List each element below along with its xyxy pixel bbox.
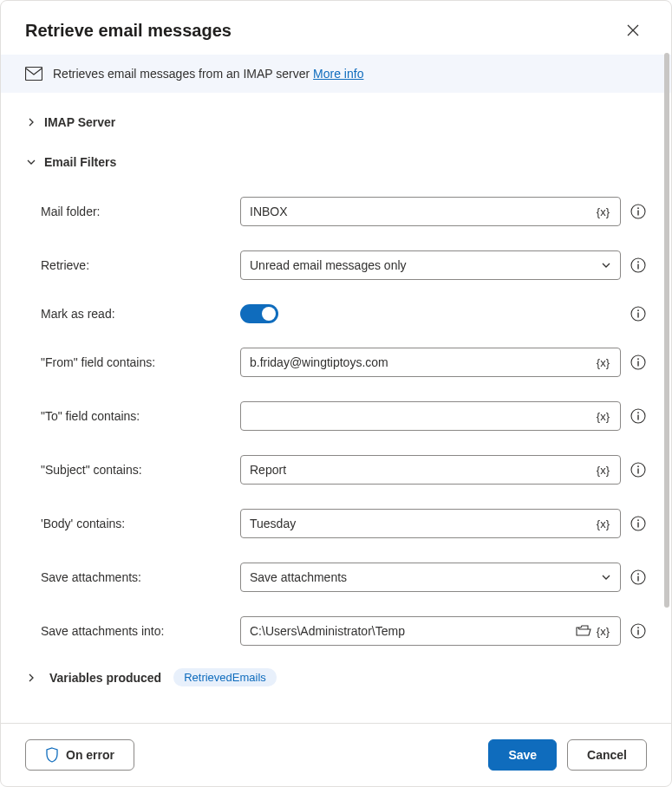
svg-point-20 (637, 519, 639, 521)
section-label: Variables produced (49, 671, 161, 685)
field-from-contains: "From" field contains: {x} (41, 335, 647, 389)
info-icon[interactable] (630, 305, 647, 322)
save-button[interactable]: Save (488, 739, 557, 771)
section-email-filters[interactable]: Email Filters (25, 148, 647, 176)
mail-icon (25, 67, 42, 81)
info-icon[interactable] (630, 461, 647, 478)
info-icon[interactable] (630, 515, 647, 532)
on-error-button[interactable]: On error (25, 739, 134, 771)
dialog-retrieve-email: Retrieve email messages Retrieves email … (0, 0, 672, 787)
variable-token-icon[interactable]: {x} (595, 517, 611, 530)
chevron-right-icon (25, 116, 37, 128)
variable-chip-retrieved-emails[interactable]: RetrievedEmails (173, 668, 277, 686)
svg-point-14 (637, 412, 639, 413)
email-filters-fields: Mail folder: {x} Retrieve: Unread email … (25, 176, 647, 658)
close-icon (627, 24, 639, 36)
field-label: 'Body' contains: (41, 517, 230, 530)
info-icon[interactable] (630, 257, 647, 274)
button-label: On error (66, 748, 114, 762)
button-label: Save (508, 748, 537, 762)
from-input[interactable]: {x} (240, 348, 621, 377)
svg-point-8 (637, 309, 639, 311)
close-button[interactable] (619, 16, 647, 44)
svg-point-23 (637, 573, 639, 575)
field-save-attachments-into: Save attachments into: {x} (41, 604, 647, 658)
footer-actions: Save Cancel (488, 739, 647, 771)
section-imap-server[interactable]: IMAP Server (25, 108, 647, 136)
svg-rect-6 (637, 264, 638, 270)
svg-rect-15 (637, 415, 638, 420)
chevron-right-icon (25, 672, 37, 684)
browse-folder-button[interactable] (572, 625, 595, 637)
subject-text[interactable] (250, 463, 595, 477)
folder-open-icon (576, 625, 591, 637)
variable-token-icon[interactable]: {x} (595, 625, 611, 638)
svg-point-5 (637, 261, 639, 263)
variable-token-icon[interactable]: {x} (595, 205, 611, 218)
info-icon[interactable] (630, 203, 647, 220)
section-label: Email Filters (44, 155, 116, 169)
field-subject-contains: "Subject" contains: {x} (41, 443, 647, 497)
svg-rect-21 (637, 523, 638, 528)
shield-icon (45, 747, 59, 763)
save-into-input[interactable]: {x} (240, 616, 621, 646)
svg-rect-0 (26, 68, 42, 81)
svg-point-17 (637, 465, 639, 467)
toggle-knob (262, 307, 276, 321)
variable-token-icon[interactable]: {x} (595, 356, 611, 369)
scrollbar[interactable] (664, 53, 669, 608)
field-label: Mail folder: (41, 205, 230, 218)
info-icon[interactable] (630, 407, 647, 425)
body-text[interactable] (250, 517, 595, 530)
field-label: "Subject" contains: (41, 463, 230, 477)
field-label: Save attachments into: (41, 624, 230, 638)
info-icon[interactable] (630, 569, 647, 586)
to-input[interactable]: {x} (240, 401, 621, 431)
svg-point-26 (637, 627, 639, 628)
save-attachments-select[interactable]: Save attachments (240, 563, 621, 592)
field-mark-as-read: Mark as read: (41, 292, 647, 335)
chevron-down-icon (601, 260, 611, 270)
select-value: Unread email messages only (250, 258, 407, 272)
field-to-contains: "To" field contains: {x} (41, 389, 647, 443)
dialog-footer: On error Save Cancel (1, 723, 671, 786)
field-save-attachments: Save attachments: Save attachments (41, 550, 647, 604)
svg-rect-9 (637, 313, 638, 318)
svg-point-2 (637, 207, 639, 209)
field-label: "To" field contains: (41, 409, 230, 423)
section-variables-produced[interactable]: Variables produced RetrievedEmails (25, 658, 647, 690)
from-text[interactable] (250, 355, 595, 369)
subject-input[interactable]: {x} (240, 455, 621, 485)
info-strip: Retrieves email messages from an IMAP se… (1, 55, 671, 93)
field-label: Save attachments: (41, 570, 230, 584)
dialog-body: IMAP Server Email Filters Mail folder: {… (1, 93, 671, 723)
svg-rect-27 (637, 630, 638, 635)
field-label: Retrieve: (41, 258, 230, 272)
more-info-link[interactable]: More info (313, 67, 363, 81)
variable-token-icon[interactable]: {x} (595, 410, 611, 423)
info-icon[interactable] (630, 354, 647, 371)
body-input[interactable]: {x} (240, 509, 621, 538)
field-label: Mark as read: (41, 307, 230, 321)
dialog-title: Retrieve email messages (25, 21, 232, 41)
info-icon[interactable] (630, 622, 647, 640)
mail-folder-text[interactable] (250, 205, 595, 218)
svg-rect-3 (637, 211, 638, 216)
mark-as-read-toggle[interactable] (240, 304, 278, 323)
section-label: IMAP Server (44, 115, 115, 129)
svg-rect-24 (637, 576, 638, 582)
mail-folder-input[interactable]: {x} (240, 197, 621, 226)
save-into-text[interactable] (250, 624, 572, 638)
to-text[interactable] (250, 409, 595, 423)
field-label: "From" field contains: (41, 355, 230, 369)
field-body-contains: 'Body' contains: {x} (41, 497, 647, 550)
chevron-down-icon (25, 156, 37, 168)
select-value: Save attachments (250, 570, 347, 584)
button-label: Cancel (587, 748, 627, 762)
field-retrieve: Retrieve: Unread email messages only (41, 238, 647, 292)
variable-token-icon[interactable]: {x} (595, 464, 611, 477)
cancel-button[interactable]: Cancel (567, 739, 647, 771)
svg-rect-12 (637, 361, 638, 367)
retrieve-select[interactable]: Unread email messages only (240, 250, 621, 280)
info-text: Retrieves email messages from an IMAP se… (53, 67, 363, 81)
